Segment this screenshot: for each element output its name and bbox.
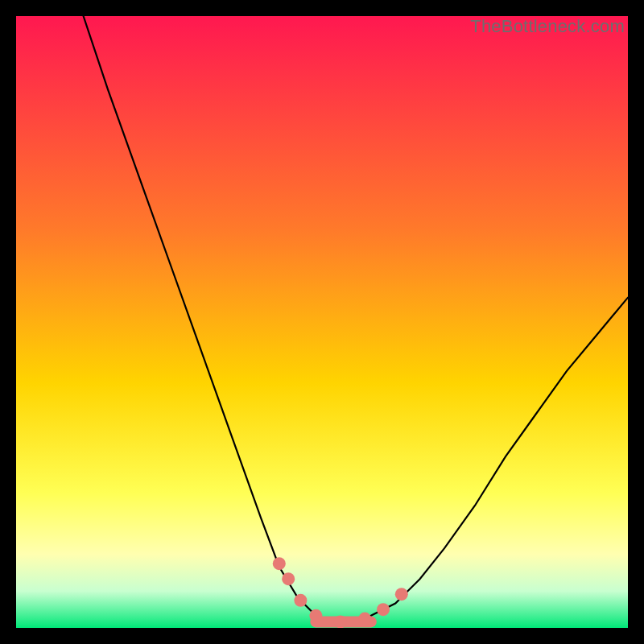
- chart-frame: TheBottleneck.com: [16, 16, 628, 628]
- watermark-text: TheBottleneck.com: [470, 16, 625, 37]
- curve-marker: [309, 609, 322, 622]
- curve-marker: [294, 594, 307, 607]
- plot-svg: [16, 16, 628, 628]
- curve-marker: [377, 603, 390, 616]
- curve-marker: [395, 588, 408, 601]
- curve-marker: [282, 572, 295, 585]
- curve-marker: [273, 557, 286, 570]
- curve-marker: [334, 615, 347, 628]
- curve-marker: [358, 613, 371, 625]
- gradient-background: [16, 16, 628, 628]
